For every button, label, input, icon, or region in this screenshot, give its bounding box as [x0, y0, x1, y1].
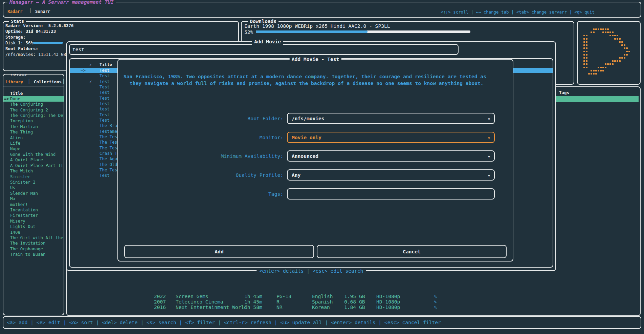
- movie-list-item[interactable]: A Quiet Place Part II: [3, 163, 64, 168]
- result-title: Test: [99, 84, 110, 90]
- movie-list-item[interactable]: Lights Out: [3, 224, 64, 229]
- logo-panel: [577, 21, 641, 85]
- cell-language: Spanish: [312, 299, 333, 305]
- tab-radarr[interactable]: Radarr: [7, 9, 23, 14]
- movie-list-item[interactable]: Incantation: [3, 207, 64, 213]
- add-button[interactable]: Add: [124, 245, 314, 258]
- movie-list-item[interactable]: The Thing: [3, 129, 64, 135]
- form-field-select[interactable]: Movie only▼: [287, 132, 495, 143]
- table-row[interactable]: 2022Screen Gems1h 45mPG-13English1.95 GB…: [67, 293, 639, 299]
- movie-list-item[interactable]: mother!: [3, 202, 64, 207]
- form-field-value: Announced: [292, 153, 318, 159]
- cell-rating: PG-13: [276, 293, 291, 299]
- cancel-button[interactable]: Cancel: [317, 245, 507, 258]
- download-progress-fill: [256, 30, 368, 33]
- tab-library[interactable]: Library: [5, 79, 23, 85]
- movie-list-item[interactable]: Us: [3, 185, 64, 190]
- add-movie-modal: Add Movie - Test San Francisco, 1985. Tw…: [117, 59, 513, 262]
- movie-overview-line-2: they navigate a world full of risks and …: [130, 80, 484, 86]
- cell-runtime: 1h 58m: [244, 304, 262, 310]
- tab-sonarr[interactable]: Sonarr: [35, 9, 50, 14]
- movie-list-item[interactable]: The Witch: [3, 168, 64, 174]
- movie-title: Firestarter: [10, 213, 38, 218]
- movie-list-item[interactable]: 1408: [3, 230, 64, 235]
- result-title: Test: [99, 101, 110, 106]
- movie-list-item[interactable]: Train to Busan: [3, 252, 64, 257]
- cell-quality: HD-1080p: [376, 299, 400, 305]
- movie-list-item[interactable]: =>Dune: [3, 96, 64, 102]
- movie-list-item[interactable]: The Conjuring 2: [3, 107, 64, 113]
- result-title: Test: [99, 118, 110, 123]
- form-field-select[interactable]: Announced▼: [287, 150, 495, 162]
- movie-title: Alien: [10, 135, 23, 141]
- downloads-title: Downloads: [248, 18, 279, 24]
- movie-title: Train to Busan: [10, 252, 45, 257]
- form-field-label: Tags:: [118, 191, 283, 197]
- movie-title: The Conjuring: [10, 102, 43, 107]
- search-input-box[interactable]: test: [69, 44, 459, 55]
- movie-list-item[interactable]: Sinister: [3, 174, 64, 180]
- form-field-value: Any: [292, 172, 301, 178]
- search-input-value[interactable]: test: [72, 46, 84, 52]
- download-progress-track: [256, 30, 470, 33]
- movie-title: 1408: [10, 230, 20, 235]
- form-field-label: Quality Profile:: [118, 172, 283, 178]
- cell-runtime: 1h 45m: [244, 299, 262, 305]
- cell-size: 0.68 GB: [344, 299, 365, 305]
- radarr-logo-icon: [583, 28, 634, 78]
- monitored-icon: ✎: [434, 304, 437, 310]
- movie-list-item[interactable]: The Martian: [3, 124, 64, 129]
- movie-title: A Quiet Place: [10, 157, 43, 163]
- result-title: Test: [99, 68, 110, 73]
- movie-title: Sinister 2: [10, 180, 36, 185]
- form-field-select[interactable]: /nfs/movies▼: [287, 113, 495, 124]
- result-title: The Test: [99, 167, 120, 173]
- movie-list-item[interactable]: Firestarter: [3, 213, 64, 218]
- movie-list-item[interactable]: Inception: [3, 118, 64, 124]
- stat-disk-label: Disk 1: 56%: [5, 40, 33, 46]
- movie-title: Slender Man: [10, 191, 38, 196]
- movie-list-item[interactable]: The Invitation: [3, 241, 64, 246]
- form-field-select[interactable]: Any▼: [287, 169, 495, 181]
- result-title: test: [99, 106, 110, 112]
- dropdown-arrow-icon: ▼: [488, 154, 490, 160]
- result-title: The Test: [99, 134, 120, 140]
- movie-title: The Conjuring: The De: [10, 113, 63, 118]
- movies-tab-separator-icon: │: [28, 79, 30, 84]
- modal-title: Add Movie - Test: [290, 56, 341, 62]
- table-row[interactable]: 2016Next Entertainment World1h 58mNRKore…: [67, 304, 639, 310]
- movie-list-item[interactable]: The Girl with All the: [3, 235, 64, 241]
- movie-list-item[interactable]: The Conjuring: [3, 102, 64, 107]
- tab-collections[interactable]: Collections: [34, 79, 62, 85]
- stat-root-folders-label: Root Folders:: [5, 46, 38, 51]
- movie-list-item[interactable]: Nope: [3, 146, 64, 151]
- movie-list-item[interactable]: Gone with the Wind: [3, 152, 64, 157]
- movie-title: The Thing: [10, 129, 33, 135]
- movie-list-item[interactable]: Alien: [3, 135, 64, 141]
- result-title: Test: [99, 73, 110, 79]
- movie-title: Ma: [10, 196, 15, 202]
- movie-list-item[interactable]: Slender Man: [3, 191, 64, 196]
- movie-list-item[interactable]: A Quiet Place: [3, 157, 64, 163]
- cell-runtime: 1h 45m: [244, 293, 262, 299]
- cell-year: 2016: [154, 304, 166, 310]
- table-row[interactable]: 2007Telecinco Cinema1h 45mRSpanish0.68 G…: [67, 299, 639, 305]
- stat-storage-label: Storage:: [5, 35, 26, 40]
- form-field-tags-input[interactable]: [287, 188, 495, 200]
- movie-list-item[interactable]: The Conjuring: The De: [3, 113, 64, 118]
- result-title: Test: [99, 90, 110, 95]
- movie-list-item[interactable]: The Orphanage: [3, 246, 64, 252]
- movie-list-item[interactable]: Life: [3, 141, 64, 146]
- keybar-text: <a> add | <e> edit | <o> sort | <del> de…: [7, 319, 441, 325]
- movie-list-item[interactable]: Ma: [3, 196, 64, 202]
- form-field-label: Root Folder:: [118, 116, 283, 121]
- cell-studio: Next Entertainment World: [176, 304, 247, 310]
- managarr-screen: Managarr — A Servarr management TUI Rada…: [0, 0, 644, 334]
- cell-rating: NR: [276, 304, 283, 310]
- checked-icon: ✓: [89, 79, 92, 84]
- movie-list-item[interactable]: Misery: [3, 218, 64, 224]
- bottom-keybar: <a> add | <e> edit | <o> sort | <del> de…: [3, 316, 641, 329]
- movie-list-item[interactable]: Sinister 2: [3, 180, 64, 185]
- movie-overview-line-1: San Francisco, 1985. Two opposites attra…: [124, 74, 486, 79]
- cell-quality: HD-1080p: [376, 293, 400, 299]
